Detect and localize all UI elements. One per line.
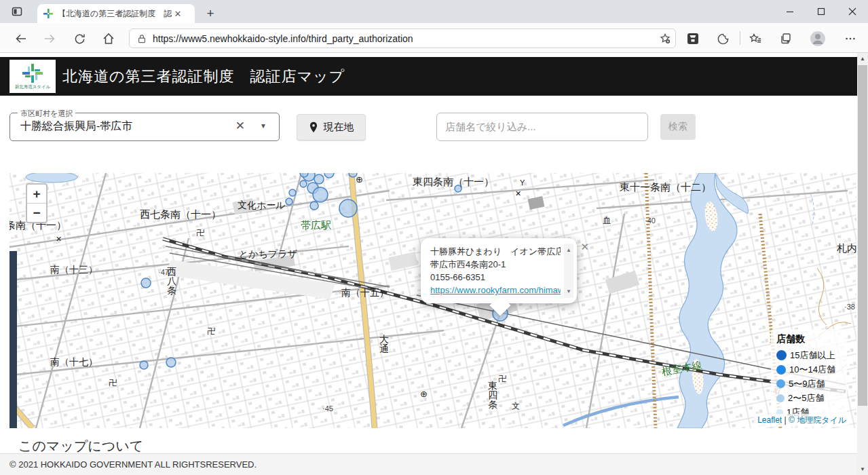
tab-title: 【北海道の第三者認証制度 認証 <box>58 8 172 20</box>
store-website-link[interactable]: https://www.rookyfarm.com/himawari <box>430 285 561 295</box>
new-tab-button[interactable]: + <box>202 5 219 22</box>
search-button[interactable]: 検索 <box>660 114 696 140</box>
site-footer: © 2021 HOKKAIDO GOVERNMENT ALL RIGHTSRES… <box>0 453 857 475</box>
store-cluster-marker[interactable] <box>141 278 151 288</box>
city-select-value: 十勝総合振興局-帯広市 <box>20 119 132 134</box>
browser-tab[interactable]: 【北海道の第三者認証制度 認証 ✕ <box>37 4 195 23</box>
page-title: 北海道の第三者認証制度 認証店マップ <box>62 57 345 96</box>
tab-strip: 【北海道の第三者認証制度 認証 ✕ + <box>0 0 868 23</box>
legend-circle-icon <box>776 365 786 375</box>
forward-icon[interactable] <box>39 31 60 46</box>
store-name-filter-input[interactable]: 店舗名で絞り込み... <box>436 113 648 141</box>
leaflet-map[interactable]: 西七条南（十一）十二条南（十一）文化ホール帯広駅とかちプラザ東四条南（十一）東十… <box>10 173 856 428</box>
store-cluster-marker[interactable] <box>300 180 307 187</box>
map-zoom-control: + − <box>26 183 48 223</box>
about-map-heading: このマップについて <box>18 437 143 455</box>
store-cluster-marker[interactable] <box>289 189 296 196</box>
elevation-label: ·40 <box>645 216 656 225</box>
store-name: 十勝豚丼ひまわり イオン帯広店 <box>430 245 561 258</box>
tab-close-icon[interactable]: ✕ <box>172 7 184 20</box>
reload-icon[interactable] <box>69 31 90 46</box>
legend-item: 15店舗以上 <box>776 348 842 362</box>
map-place-label: 東四条南（十一） <box>413 176 494 187</box>
scrollbar-thumb[interactable] <box>858 65 867 406</box>
map-place-label: 南（十三） <box>50 264 98 275</box>
store-cluster-marker[interactable] <box>314 174 324 184</box>
map-symbol-icon: ✕ <box>515 189 521 197</box>
current-location-label: 現在地 <box>324 121 354 134</box>
city-select[interactable]: 市区町村を選択 十勝総合振興局-帯広市 ✕ ▼ <box>10 113 280 141</box>
map-place-label: とかちプラザ <box>239 248 297 259</box>
store-cluster-marker[interactable] <box>313 187 328 202</box>
attribution-separator: | <box>782 415 789 425</box>
profile-avatar[interactable] <box>808 31 828 46</box>
toolbar-divider <box>740 31 740 45</box>
tab-actions-menu-icon[interactable] <box>8 4 26 19</box>
pinwheel-logo-icon <box>21 63 44 83</box>
map-symbol-icon: ✕ <box>56 235 62 243</box>
store-cluster-marker[interactable] <box>166 358 176 367</box>
gsi-tiles-attribution-link[interactable]: © 地理院タイル <box>789 415 846 425</box>
legend-item: 2〜5店舗 <box>776 391 842 405</box>
leaflet-attribution-link[interactable]: Leaflet <box>757 415 782 425</box>
extension-badge-icon[interactable] <box>683 31 703 46</box>
legend-items: 15店舗以上10〜14店舗5〜9店舗2〜5店舗1店舗 <box>776 348 842 419</box>
window-close-button[interactable] <box>837 0 868 23</box>
legend-label: 5〜9店舗 <box>789 378 825 390</box>
site-logo: 新北海道スタイル <box>10 60 56 93</box>
elevation-label: ·38 <box>844 303 855 311</box>
home-icon[interactable] <box>98 31 119 46</box>
store-count-legend: 店舗数 15店舗以上10〜14店舗5〜9店舗2〜5店舗1店舗 <box>771 329 847 423</box>
zoom-out-button[interactable]: − <box>27 204 46 222</box>
elevation-label: ·45 <box>322 404 333 413</box>
map-symbol-icon: Y <box>520 178 525 187</box>
window-minimize-button[interactable] <box>774 0 806 23</box>
store-phone: 0155-66-6351 <box>430 271 561 284</box>
clear-selection-icon[interactable]: ✕ <box>235 119 245 133</box>
add-favorite-icon[interactable] <box>659 33 671 45</box>
scrollbar-down-arrow[interactable]: ▼ <box>857 463 868 475</box>
store-cluster-marker[interactable] <box>339 200 357 217</box>
map-attribution: Leaflet | © 地理院タイル <box>754 414 850 427</box>
map-symbol-icon: ⊕ <box>420 389 428 399</box>
map-symbol-icon: 卍 <box>109 378 117 387</box>
scrollbar-up-arrow[interactable]: ▲ <box>857 53 868 64</box>
back-icon[interactable] <box>11 31 31 46</box>
map-symbol-icon: 血 <box>603 216 611 225</box>
map-place-label: 東四条 <box>488 380 497 410</box>
store-cluster-marker[interactable] <box>300 173 308 177</box>
map-symbol-icon: 卍 <box>196 228 204 238</box>
store-address: 帯広市西4条南20-1 <box>430 258 561 271</box>
store-cluster-marker[interactable] <box>310 202 318 210</box>
chevron-down-icon[interactable]: ▼ <box>260 122 267 130</box>
site-favicon <box>43 8 54 19</box>
legend-label: 2〜5店舗 <box>788 392 824 404</box>
extension-cookie-icon[interactable] <box>713 31 733 46</box>
address-bar[interactable]: https://www5.newhokkaido-style.info/thir… <box>129 28 676 48</box>
legend-label: 10〜14店舗 <box>789 364 835 376</box>
url-text: https://www5.newhokkaido-style.info/thir… <box>153 33 659 44</box>
store-cluster-marker[interactable] <box>286 198 293 205</box>
map-place-label: 札内 <box>837 242 856 254</box>
legend-item: 5〜9店舗 <box>776 377 842 391</box>
page-scrollbar[interactable]: ▲ ▼ <box>857 53 868 475</box>
lock-icon[interactable] <box>136 33 147 44</box>
legend-circle-icon <box>776 379 785 388</box>
settings-menu-icon[interactable] <box>840 31 861 46</box>
store-cluster-marker[interactable] <box>324 173 334 178</box>
current-location-button[interactable]: 現在地 <box>297 114 366 140</box>
window-maximize-button[interactable] <box>806 0 837 23</box>
legend-title: 店舗数 <box>776 333 842 345</box>
map-place-label: 西七条南（十一） <box>140 208 221 220</box>
map-place-label: 南（十五） <box>341 287 389 298</box>
legend-item: 10〜14店舗 <box>776 362 842 377</box>
collections-icon[interactable] <box>776 31 796 46</box>
copyright-text: © 2021 HOKKAIDO GOVERNMENT ALL RIGHTSRES… <box>10 459 257 470</box>
zoom-in-button[interactable]: + <box>27 185 46 204</box>
site-header: 新北海道スタイル 北海道の第三者認証制度 認証店マップ <box>0 57 857 96</box>
favorites-icon[interactable] <box>745 31 766 46</box>
map-place-label: 南（十七） <box>50 356 98 367</box>
store-cluster-marker[interactable] <box>140 361 148 369</box>
legend-circle-icon <box>776 394 785 402</box>
map-place-label: 文化ホール <box>238 200 286 210</box>
